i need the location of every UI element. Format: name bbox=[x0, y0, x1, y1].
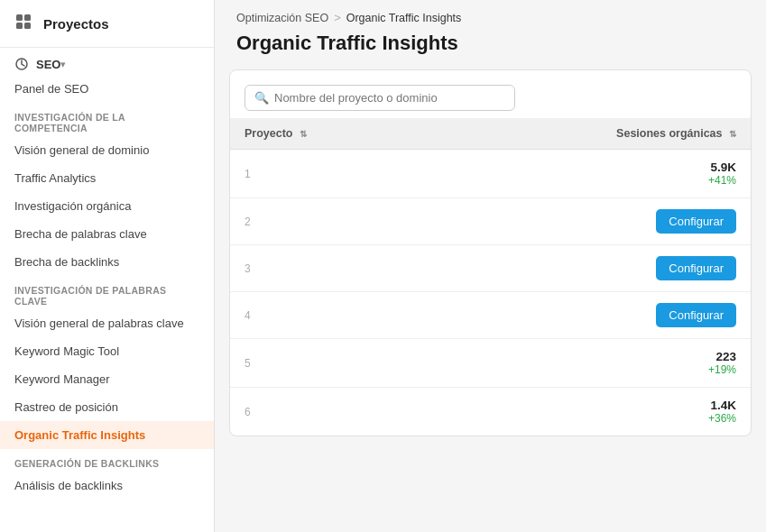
sidebar-item-organic-traffic[interactable]: Organic Traffic Insights bbox=[0, 421, 214, 449]
configure-button-4[interactable]: Configurar bbox=[656, 303, 736, 327]
table-body: 1 5.9K +41% 2 Configurar bbox=[230, 150, 751, 436]
column-project: Proyecto ⇅ bbox=[230, 118, 428, 150]
sidebar-category-backlinks: GENERACIÓN DE BACKLINKS bbox=[0, 449, 214, 472]
search-bar-container: 🔍 bbox=[230, 70, 751, 118]
cell-sessions-6: 1.4K +36% bbox=[428, 388, 751, 436]
cell-project-5: 5 bbox=[230, 339, 428, 388]
table-row: 4 Configurar bbox=[230, 292, 751, 339]
search-wrapper: 🔍 bbox=[245, 85, 515, 111]
cell-project-3: 3 bbox=[230, 245, 428, 292]
filter-sessions-icon[interactable]: ⇅ bbox=[729, 129, 736, 139]
sidebar-item-panel-seo[interactable]: Panel de SEO bbox=[0, 75, 214, 103]
svg-rect-0 bbox=[16, 14, 23, 21]
sidebar-category-palabras: INVESTIGACIÓN DE PALABRAS CLAVE bbox=[0, 276, 214, 309]
projects-icon bbox=[14, 13, 36, 34]
table-row: 2 Configurar bbox=[230, 198, 751, 245]
content-card: 🔍 Proyecto ⇅ Sesiones orgánicas ⇅ bbox=[229, 69, 752, 436]
seo-section-label: SEO bbox=[36, 58, 60, 71]
breadcrumb-parent[interactable]: Optimización SEO bbox=[236, 12, 328, 24]
column-sessions: Sesiones orgánicas ⇅ bbox=[428, 118, 751, 150]
sidebar-item-analisis-backlinks[interactable]: Análisis de backlinks bbox=[0, 472, 214, 500]
svg-rect-3 bbox=[24, 23, 31, 29]
sidebar-item-keyword-manager[interactable]: Keyword Manager bbox=[0, 365, 214, 393]
sidebar-category-competencia: INVESTIGACIÓN DE LA COMPETENCIA bbox=[0, 103, 214, 136]
breadcrumb-separator: > bbox=[334, 11, 341, 24]
projects-table: Proyecto ⇅ Sesiones orgánicas ⇅ 1 bbox=[230, 118, 751, 436]
svg-rect-1 bbox=[24, 14, 31, 21]
sidebar-item-traffic-analytics[interactable]: Traffic Analytics bbox=[0, 164, 214, 192]
table-header: Proyecto ⇅ Sesiones orgánicas ⇅ bbox=[230, 118, 751, 150]
seo-section: SEO ▾ Panel de SEO INVESTIGACIÓN DE LA C… bbox=[0, 48, 214, 500]
sidebar-item-brecha-palabras[interactable]: Brecha de palabras clave bbox=[0, 220, 214, 248]
sidebar-item-vision-palabras[interactable]: Visión general de palabras clave bbox=[0, 309, 214, 337]
cell-project-1: 1 bbox=[230, 150, 428, 198]
cell-sessions-4: Configurar bbox=[428, 292, 751, 339]
table-row: 6 1.4K +36% bbox=[230, 388, 751, 436]
cell-sessions-1: 5.9K +41% bbox=[428, 150, 751, 198]
search-icon: 🔍 bbox=[254, 91, 269, 105]
table-row: 3 Configurar bbox=[230, 245, 751, 292]
sidebar-item-vision-dominio[interactable]: Visión general de dominio bbox=[0, 136, 214, 164]
cell-sessions-5: 223 +19% bbox=[428, 339, 751, 388]
breadcrumb: Optimización SEO > Organic Traffic Insig… bbox=[215, 0, 766, 28]
sidebar-item-investigacion-organica[interactable]: Investigación orgánica bbox=[0, 192, 214, 220]
page-title: Organic Traffic Insights bbox=[215, 28, 766, 69]
seo-section-toggle[interactable]: SEO ▾ bbox=[0, 48, 214, 75]
main-content: Optimización SEO > Organic Traffic Insig… bbox=[215, 0, 766, 532]
chevron-down-icon: ▾ bbox=[60, 59, 66, 70]
sidebar-item-rastreo-posicion[interactable]: Rastreo de posición bbox=[0, 393, 214, 421]
svg-rect-2 bbox=[16, 23, 23, 29]
table-row: 1 5.9K +41% bbox=[230, 150, 751, 198]
breadcrumb-current: Organic Traffic Insights bbox=[346, 12, 462, 24]
table-row: 5 223 +19% bbox=[230, 339, 751, 388]
sidebar-header-title: Proyectos bbox=[43, 16, 109, 32]
cell-sessions-3: Configurar bbox=[428, 245, 751, 292]
configure-button-3[interactable]: Configurar bbox=[656, 256, 736, 280]
search-input[interactable] bbox=[274, 91, 505, 105]
filter-project-icon[interactable]: ⇅ bbox=[300, 129, 307, 139]
configure-button-2[interactable]: Configurar bbox=[656, 209, 736, 234]
sidebar-item-brecha-backlinks[interactable]: Brecha de backlinks bbox=[0, 248, 214, 276]
cell-project-6: 6 bbox=[230, 388, 428, 436]
cell-project-4: 4 bbox=[230, 292, 428, 339]
cell-sessions-2: Configurar bbox=[428, 198, 751, 245]
sidebar-header[interactable]: Proyectos bbox=[0, 0, 214, 48]
cell-project-2: 2 bbox=[230, 198, 428, 245]
sidebar-item-keyword-magic[interactable]: Keyword Magic Tool bbox=[0, 337, 214, 365]
sidebar: Proyectos SEO ▾ Panel de SEO INVESTIGACI… bbox=[0, 0, 215, 532]
seo-icon bbox=[14, 57, 29, 71]
